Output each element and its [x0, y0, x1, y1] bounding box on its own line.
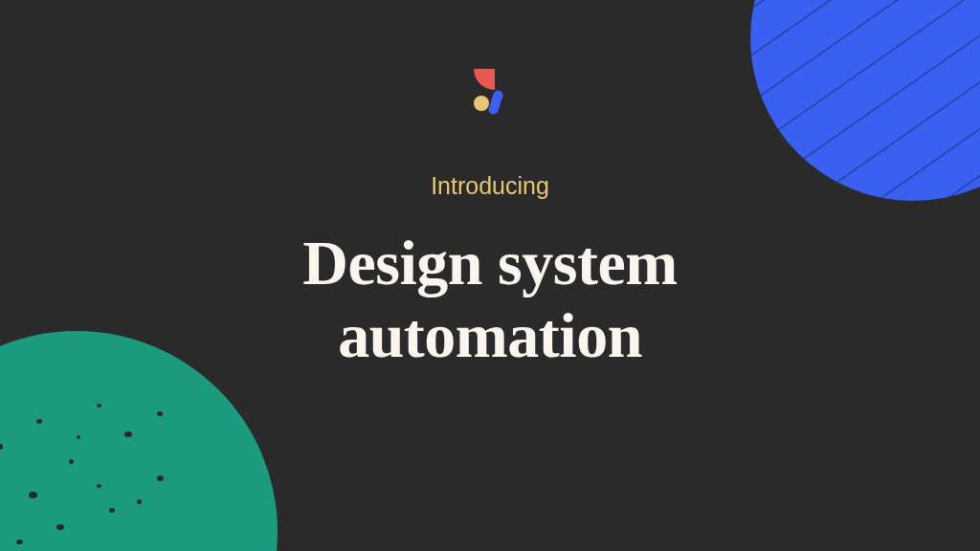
hero-title-line-2: automation [0, 299, 980, 372]
hero-subtitle: Introducing [0, 172, 980, 200]
decorative-blue-circle [750, 0, 980, 201]
hero-content: Introducing Design system automation [0, 172, 980, 372]
hero-title: Design system automation [0, 227, 980, 372]
svg-rect-1 [487, 89, 504, 115]
hero-title-line-1: Design system [0, 227, 980, 299]
svg-point-0 [474, 96, 489, 111]
brand-logo-icon [466, 67, 514, 115]
